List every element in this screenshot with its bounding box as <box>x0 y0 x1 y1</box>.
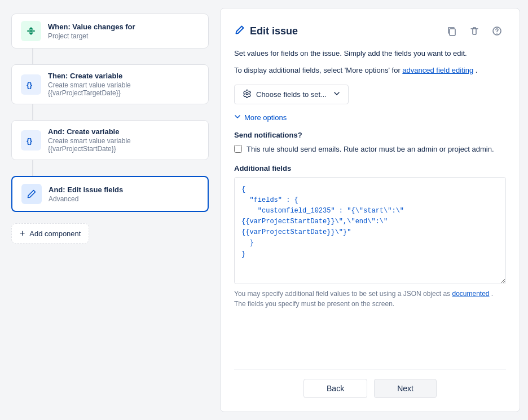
back-button[interactable]: Back <box>303 379 367 398</box>
when-icon <box>21 21 41 41</box>
dropdown-chevron-icon <box>333 90 340 99</box>
plus-icon: + <box>20 228 25 238</box>
right-panel: Edit issue <box>220 8 520 412</box>
panel-title: Edit issue <box>234 24 298 38</box>
and1-text: And: Create variable Create smart value … <box>48 127 131 153</box>
more-options-label: More options <box>244 113 287 122</box>
then-text: Then: Create variable Create smart value… <box>48 72 131 97</box>
flow-item-when[interactable]: When: Value changes for Project target <box>11 14 209 48</box>
and1-subtitle: Create smart value variable{{varProjectS… <box>48 137 131 153</box>
when-subtitle: Project target <box>48 32 135 40</box>
delete-button[interactable] <box>465 22 483 40</box>
when-text: When: Value changes for Project target <box>48 23 135 40</box>
send-notifications-checkbox[interactable] <box>234 145 242 153</box>
panel-header: Edit issue <box>234 22 506 40</box>
svg-point-5 <box>496 33 498 34</box>
code-note: You may specify additional field values … <box>234 289 506 309</box>
description-2: To display additional fields, select 'Mo… <box>234 65 506 76</box>
and2-text: And: Edit issue fields Advanced <box>49 185 123 203</box>
advanced-field-link[interactable]: advanced field editing <box>402 66 473 74</box>
panel-actions <box>443 22 506 40</box>
left-panel: When: Value changes for Project target {… <box>0 0 220 420</box>
chevron-down-icon <box>234 113 241 122</box>
send-notifications-label: Send notifications? <box>234 131 506 139</box>
svg-rect-3 <box>450 29 455 36</box>
more-options-toggle[interactable]: More options <box>234 113 506 122</box>
and2-title: And: Edit issue fields <box>49 185 123 194</box>
connector-3 <box>32 160 33 176</box>
and1-icon: {} <box>21 130 41 151</box>
help-button[interactable] <box>488 22 506 40</box>
documented-link[interactable]: documented <box>452 290 489 298</box>
then-title: Then: Create variable <box>48 72 131 80</box>
and1-title: And: Create variable <box>48 127 131 136</box>
and2-subtitle: Advanced <box>49 195 123 203</box>
choose-fields-label: Choose fields to set... <box>256 90 327 99</box>
description-1: Set values for fields on the issue. Simp… <box>234 48 506 59</box>
choose-fields-button[interactable]: Choose fields to set... <box>234 85 349 104</box>
svg-text:{}: {} <box>27 81 32 89</box>
edit-pencil-icon <box>234 24 245 38</box>
flow-item-then[interactable]: {} Then: Create variable Create smart va… <box>11 64 209 104</box>
send-notifications-row: This rule should send emails. Rule actor… <box>234 144 506 155</box>
then-icon: {} <box>21 74 41 95</box>
copy-button[interactable] <box>443 22 461 40</box>
panel-title-text: Edit issue <box>250 25 298 37</box>
flow-item-and1[interactable]: {} And: Create variable Create smart val… <box>11 120 209 160</box>
add-component-label: Add component <box>29 229 81 238</box>
additional-fields-label: Additional fields <box>234 164 506 173</box>
flow-item-and2[interactable]: And: Edit issue fields Advanced <box>11 176 209 212</box>
svg-text:{}: {} <box>27 136 32 145</box>
panel-footer: Back Next <box>234 369 506 398</box>
when-title: When: Value changes for <box>48 23 135 31</box>
additional-fields-textarea[interactable]: { "fields" : { "customfield_10235" : "{\… <box>234 177 506 284</box>
and2-icon <box>21 184 42 204</box>
next-button[interactable]: Next <box>374 379 437 398</box>
send-notifications-checkbox-label[interactable]: This rule should send emails. Rule actor… <box>247 144 494 155</box>
add-component-button[interactable]: + Add component <box>11 223 89 244</box>
connector-2 <box>32 104 33 120</box>
then-subtitle: Create smart value variable{{varProjectT… <box>48 81 131 97</box>
connector-1 <box>32 48 33 64</box>
gear-icon <box>243 89 252 100</box>
